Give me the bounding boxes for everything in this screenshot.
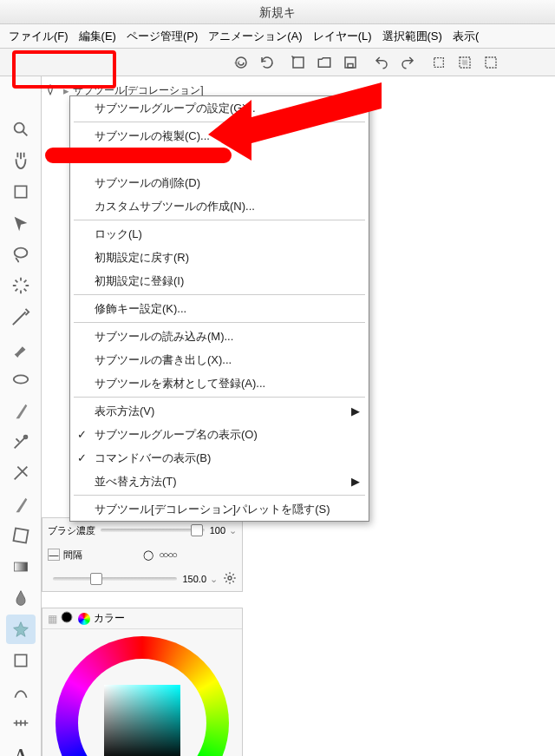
tool-effect[interactable]	[6, 615, 36, 644]
tool-fill[interactable]	[6, 521, 36, 550]
tool-decoration[interactable]	[6, 427, 36, 457]
menu-hide-palette[interactable]: サブツール[デコレーション]パレットを隠す(S)	[70, 497, 369, 521]
menu-show-commandbar[interactable]: ✓コマンドバーの表示(B)	[70, 446, 369, 470]
toolbar-open-icon[interactable]	[312, 51, 336, 74]
menu-select[interactable]: 選択範囲(S)	[377, 29, 447, 44]
brush-property-panel: ブラシ濃度 100 ⌄ — 間隔 ◯ ○○·○○ 150.0 ⌄	[42, 517, 243, 592]
toolbar-refresh-icon[interactable]	[255, 51, 279, 74]
menu-separator	[74, 322, 365, 323]
menu-import-subtool[interactable]: サブツールの読み込み(M)...	[70, 325, 369, 348]
annotation-red-arrow	[199, 74, 390, 161]
menu-separator	[74, 294, 365, 295]
menu-separator	[74, 220, 365, 220]
menubar: ファイル(F) 編集(E) ページ管理(P) アニメーション(A) レイヤー(L…	[0, 24, 555, 49]
svg-rect-8	[15, 186, 26, 197]
toolbar-selectall-icon[interactable]	[453, 51, 477, 74]
menu-view[interactable]: 表示(	[447, 29, 484, 44]
brush-density-value: 100	[210, 525, 225, 536]
tool-text[interactable]: A	[6, 740, 36, 756]
spacing-label: 間隔	[63, 549, 82, 562]
menu-register-material[interactable]: サブツールを素材として登録(A)...	[70, 371, 369, 395]
menu-custom-subtool[interactable]: カスタムサブツールの作成(N)...	[70, 194, 369, 218]
menu-file[interactable]: ファイル(F)	[3, 29, 74, 44]
menu-delete-subtool[interactable]: サブツールの削除(D)	[70, 171, 369, 194]
spacing-mode-dot-icon[interactable]: ◯	[143, 549, 153, 561]
svg-rect-13	[14, 562, 27, 571]
svg-marker-16	[208, 82, 382, 161]
tool-lasso[interactable]	[6, 240, 36, 269]
collapse-chevron-icon[interactable]: «	[234, 56, 240, 69]
tool-ruler[interactable]	[6, 708, 36, 738]
menu-animation[interactable]: アニメーション(A)	[203, 29, 307, 44]
svg-rect-1	[345, 57, 356, 68]
annotation-red-box	[12, 50, 116, 89]
tool-move[interactable]	[6, 146, 36, 175]
tool-airbrush[interactable]	[6, 396, 36, 425]
menu-page[interactable]: ページ管理(P)	[121, 29, 203, 44]
tool-figure[interactable]	[6, 646, 36, 675]
tool-brush[interactable]	[6, 365, 36, 394]
checkmark-icon: ✓	[77, 451, 87, 464]
toolbar-deselect-icon[interactable]	[427, 51, 451, 74]
toolbar-invert-icon[interactable]	[479, 51, 503, 74]
settings-gear-icon[interactable]	[223, 571, 237, 587]
menu-separator	[74, 397, 365, 398]
tool-operation[interactable]	[6, 177, 36, 207]
brush-density-label: ブラシ濃度	[48, 524, 95, 537]
menu-layer[interactable]: レイヤー(L)	[308, 29, 377, 44]
stepper-icon[interactable]: ⌄	[210, 574, 218, 585]
color-square[interactable]	[104, 685, 180, 756]
tool-sidebar: A	[0, 76, 42, 756]
color-swatch-icon[interactable]	[61, 611, 73, 626]
tool-drop[interactable]	[6, 583, 36, 613]
tool-eyedropper[interactable]	[6, 302, 36, 332]
brush-density-slider[interactable]	[101, 529, 205, 532]
tool-eraser[interactable]	[6, 458, 36, 488]
spacing-slider[interactable]	[53, 577, 177, 581]
window-title: 新規キ	[0, 0, 555, 24]
toolbar-new-canvas-icon[interactable]	[286, 51, 310, 74]
menu-register-default[interactable]: 初期設定に登録(I)	[70, 269, 369, 293]
tool-zoom[interactable]	[6, 115, 36, 144]
menu-reset-default[interactable]: 初期設定に戻す(R)	[70, 246, 369, 269]
tool-pen[interactable]	[6, 333, 36, 363]
menu-separator	[74, 495, 365, 496]
svg-rect-2	[348, 63, 353, 68]
menu-view-mode[interactable]: 表示方法(V)▶	[70, 399, 369, 423]
svg-point-10	[13, 375, 28, 383]
menu-show-group-name[interactable]: ✓サブツールグループ名の表示(O)	[70, 423, 369, 446]
checkmark-icon: ✓	[77, 428, 87, 441]
submenu-arrow-icon: ▶	[351, 475, 360, 488]
palette-grip-icon[interactable]: ▦	[48, 613, 57, 625]
color-wheel-icon	[78, 613, 90, 625]
menu-lock[interactable]: ロック(L)	[70, 222, 369, 246]
toolbar-save-icon[interactable]	[338, 51, 362, 74]
menu-sort-method[interactable]: 並べ替え方法(T)▶	[70, 470, 369, 493]
menu-edit[interactable]: 編集(E)	[74, 29, 121, 44]
menu-modifier-key[interactable]: 修飾キー設定(K)...	[70, 297, 369, 320]
color-panel: ▦ カラー	[42, 608, 243, 756]
tool-frame[interactable]	[6, 677, 36, 707]
spacing-value: 150.0	[182, 574, 206, 584]
color-panel-title: カラー	[94, 611, 125, 626]
svg-rect-3	[434, 57, 444, 67]
spacing-mode-dots-icon[interactable]: ○○·○○	[159, 549, 176, 561]
toolbar-redo-icon[interactable]	[395, 51, 420, 74]
tool-layermove[interactable]	[6, 208, 36, 238]
submenu-arrow-icon: ▶	[351, 404, 360, 417]
tool-wand[interactable]	[6, 271, 36, 300]
svg-text:A: A	[15, 746, 27, 756]
tool-blend[interactable]	[6, 490, 36, 519]
svg-point-17	[228, 576, 232, 580]
color-wheel[interactable]	[56, 636, 229, 756]
toolbar-undo-icon[interactable]	[369, 51, 394, 74]
svg-rect-12	[13, 529, 28, 543]
spacing-toggle[interactable]: —	[48, 549, 60, 561]
svg-rect-0	[293, 57, 304, 68]
menu-export-subtool[interactable]: サブツールの書き出し(X)...	[70, 348, 369, 371]
stepper-icon[interactable]: ⌄	[229, 525, 237, 536]
svg-point-9	[14, 248, 27, 258]
toolbar-spiral-icon[interactable]	[229, 51, 253, 74]
tool-gradient[interactable]	[6, 552, 36, 582]
svg-rect-6	[486, 57, 496, 68]
